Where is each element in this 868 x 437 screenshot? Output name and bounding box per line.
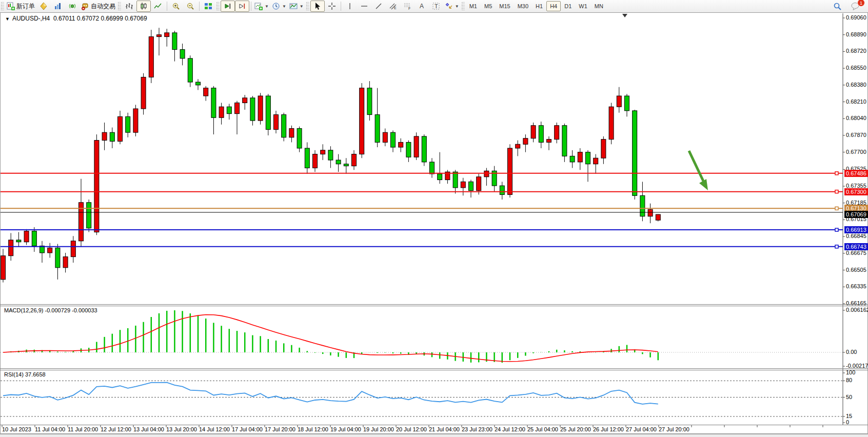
hline-tag-0.66913[interactable]: 0.66913 [844,226,868,233]
macd-label: MACD(12,26,9) -0.000729 -0.000033 [4,307,97,313]
mt4-terminal: 新订单 自动交易 [0,0,868,437]
hline-tag-0.67069[interactable]: 0.67069 [844,211,868,218]
hline-tag-0.67486[interactable]: 0.67486 [844,170,868,177]
collapse-triangle-icon: ▼ [5,16,10,22]
ohlc-values: 0.67011 0.67072 0.66999 0.67069 [53,15,147,22]
pane-separator[interactable] [0,368,868,369]
chart-canvas[interactable] [0,0,868,437]
chart-symbol-title: ▼AUDUSD-,H4 0.67011 0.67072 0.66999 0.67… [5,15,147,22]
chart-shift-marker[interactable] [622,14,627,17]
pane-separator [0,370,868,370]
hline-tag-0.66743[interactable]: 0.66743 [844,243,868,250]
axis-separator [0,425,868,425]
rsi-label: RSI(14) 37.6658 [4,371,46,378]
symbol-label: AUDUSD-,H4 [12,15,50,22]
pane-separator [0,306,868,306]
pane-separator[interactable] [0,304,868,305]
hline-tag-0.67300[interactable]: 0.67300 [844,188,868,195]
